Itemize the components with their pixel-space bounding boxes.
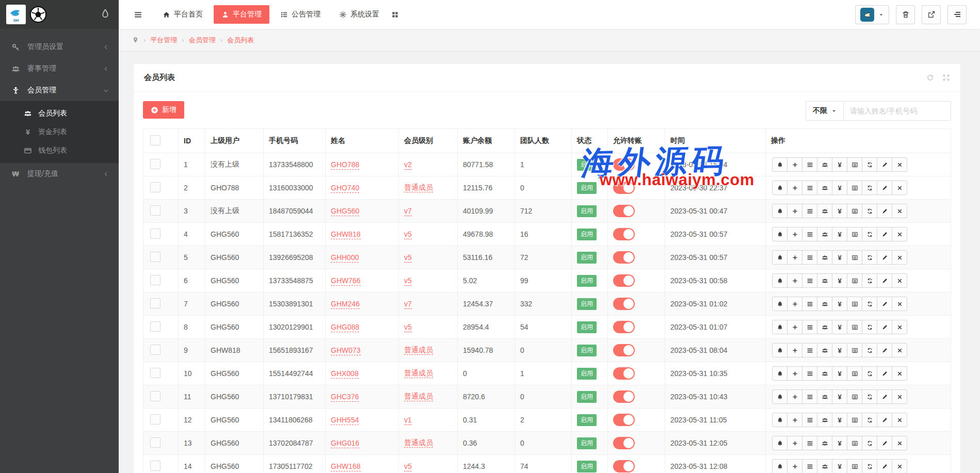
row-checkbox[interactable]	[150, 182, 160, 192]
row-checkbox[interactable]	[150, 252, 160, 262]
member-level-link[interactable]: 普通成员	[404, 392, 433, 401]
sidebar-subitem[interactable]: ¥资金列表	[0, 123, 119, 141]
op-bell-button[interactable]	[772, 389, 788, 404]
op-users-button[interactable]	[817, 366, 832, 381]
op-edit-button[interactable]	[877, 436, 892, 450]
op-lines-button[interactable]	[802, 436, 817, 450]
op-bell-button[interactable]	[772, 343, 788, 357]
member-name-link[interactable]: GHW168	[331, 462, 361, 471]
op-edit-button[interactable]	[877, 413, 892, 427]
sidebar-item[interactable]: 赛事管理	[0, 58, 119, 79]
op-close-button[interactable]	[892, 250, 907, 265]
fullscreen-icon[interactable]	[942, 74, 950, 81]
op-bell-button[interactable]	[772, 459, 788, 473]
op-yen-button[interactable]: ¥	[832, 157, 847, 172]
op-bell-button[interactable]	[772, 181, 788, 195]
op-recycle-button[interactable]	[862, 389, 877, 404]
op-list-alt-button[interactable]	[847, 250, 862, 265]
op-users-button[interactable]	[817, 273, 832, 288]
row-checkbox[interactable]	[150, 461, 160, 471]
op-bell-button[interactable]	[772, 204, 788, 218]
op-plus-button[interactable]	[787, 157, 802, 172]
op-plus-button[interactable]	[787, 436, 802, 450]
op-close-button[interactable]	[892, 204, 907, 218]
member-name-link[interactable]: GHW073	[331, 346, 361, 355]
op-close-button[interactable]	[892, 459, 907, 473]
member-name-link[interactable]: GHH554	[331, 416, 359, 425]
tab-home[interactable]: 平台首页	[155, 5, 211, 24]
op-yen-button[interactable]: ¥	[832, 389, 847, 404]
op-list-alt-button[interactable]	[847, 320, 862, 334]
member-level-link[interactable]: v5	[404, 253, 412, 263]
apps-grid-icon[interactable]	[387, 6, 403, 23]
op-bell-button[interactable]	[772, 320, 788, 334]
op-edit-button[interactable]	[877, 297, 892, 311]
op-yen-button[interactable]: ¥	[832, 204, 847, 218]
op-close-button[interactable]	[892, 366, 907, 381]
op-list-alt-button[interactable]	[847, 366, 862, 381]
breadcrumb-link[interactable]: 会员列表	[227, 36, 254, 45]
member-name-link[interactable]: GHO740	[331, 184, 359, 193]
sidebar-item[interactable]: ₩提现/充值	[0, 163, 119, 185]
op-close-button[interactable]	[892, 181, 907, 195]
op-users-button[interactable]	[817, 320, 832, 334]
op-recycle-button[interactable]	[862, 366, 877, 381]
op-users-button[interactable]	[817, 459, 832, 473]
op-lines-button[interactable]	[802, 273, 817, 288]
search-input[interactable]	[844, 101, 951, 121]
water-drop-icon[interactable]	[100, 8, 113, 21]
op-list-alt-button[interactable]	[847, 273, 862, 288]
op-lines-button[interactable]	[802, 297, 817, 311]
user-avatar-menu[interactable]	[855, 5, 889, 24]
op-users-button[interactable]	[817, 436, 832, 450]
row-checkbox[interactable]	[150, 275, 160, 285]
op-yen-button[interactable]: ¥	[832, 227, 847, 241]
op-lines-button[interactable]	[802, 157, 817, 172]
transfer-toggle[interactable]	[613, 344, 635, 356]
op-recycle-button[interactable]	[862, 273, 877, 288]
member-level-link[interactable]: v2	[404, 160, 412, 170]
transfer-toggle[interactable]	[613, 298, 635, 310]
sidebar-item[interactable]: 会员管理	[0, 79, 119, 101]
row-checkbox[interactable]	[150, 205, 160, 216]
op-close-button[interactable]	[892, 297, 907, 311]
op-edit-button[interactable]	[877, 181, 892, 195]
sidebar-item[interactable]: 管理员设置	[0, 36, 119, 58]
op-users-button[interactable]	[817, 297, 832, 311]
tab-announce[interactable]: 公告管理	[272, 5, 328, 24]
op-bell-button[interactable]	[772, 157, 788, 172]
member-level-link[interactable]: v1	[404, 416, 412, 425]
op-edit-button[interactable]	[877, 320, 892, 334]
op-plus-button[interactable]	[787, 181, 802, 195]
member-level-link[interactable]: v5	[404, 323, 412, 332]
op-recycle-button[interactable]	[862, 297, 877, 311]
op-close-button[interactable]	[892, 157, 907, 172]
op-bell-button[interactable]	[772, 413, 788, 427]
member-level-link[interactable]: 普通成员	[404, 183, 433, 192]
op-list-alt-button[interactable]	[847, 181, 862, 195]
op-recycle-button[interactable]	[862, 181, 877, 195]
member-name-link[interactable]: GHG016	[331, 439, 359, 448]
op-edit-button[interactable]	[877, 389, 892, 404]
transfer-toggle[interactable]	[613, 158, 635, 171]
sidebar-subitem[interactable]: 会员列表	[0, 104, 119, 123]
op-plus-button[interactable]	[787, 389, 802, 404]
op-close-button[interactable]	[892, 227, 907, 241]
op-edit-button[interactable]	[877, 366, 892, 381]
add-button[interactable]: 新增	[143, 101, 184, 119]
op-lines-button[interactable]	[802, 320, 817, 334]
transfer-toggle[interactable]	[613, 321, 635, 333]
filter-dropdown[interactable]: 不限	[806, 101, 844, 121]
row-checkbox[interactable]	[150, 391, 160, 401]
op-lines-button[interactable]	[802, 181, 817, 195]
op-edit-button[interactable]	[877, 157, 892, 172]
op-recycle-button[interactable]	[862, 343, 877, 357]
row-checkbox[interactable]	[150, 159, 160, 169]
tab-user[interactable]: 平台管理	[214, 5, 269, 24]
breadcrumb-link[interactable]: 平台管理	[150, 36, 177, 45]
refresh-icon[interactable]	[926, 74, 934, 81]
op-lines-button[interactable]	[802, 459, 817, 473]
op-list-alt-button[interactable]	[847, 297, 862, 311]
op-bell-button[interactable]	[772, 297, 788, 311]
row-checkbox[interactable]	[150, 298, 160, 308]
